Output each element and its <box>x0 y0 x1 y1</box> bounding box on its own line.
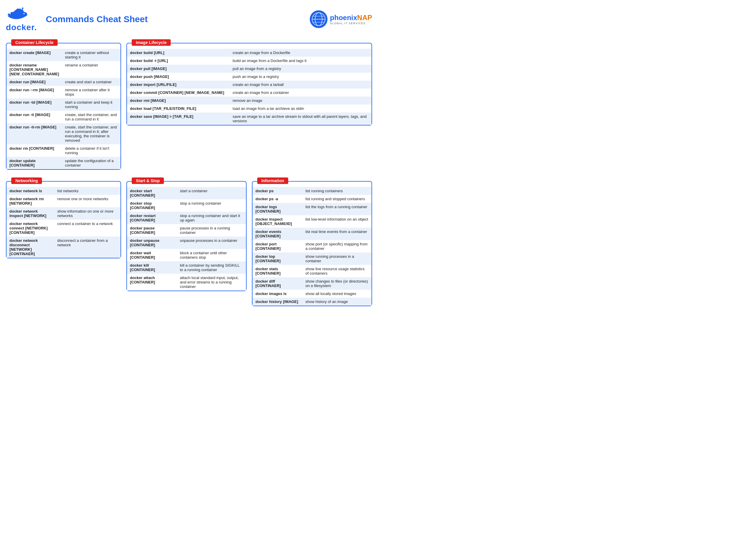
cmd-cell: docker update [CONTAINER] <box>6 157 62 169</box>
desc-cell: start a container and keep it running <box>62 98 120 111</box>
cmd-cell: docker run -it-rm [IMAGE] <box>6 123 62 144</box>
desc-cell: create and start a container <box>62 78 120 86</box>
desc-cell: list real time events from a container <box>302 228 372 240</box>
table-row: docker rename [CONTAINER_NAME] [NEW_CONT… <box>6 61 120 78</box>
cmd-cell: docker save [IMAGE] > [TAR_FILE] <box>127 113 230 125</box>
desc-cell: disconnect a container from a network <box>54 237 120 258</box>
table-row: docker push [IMAGE]push an image to a re… <box>127 73 372 81</box>
table-row: docker run -it-rm [IMAGE]create, start t… <box>6 123 120 144</box>
cmd-cell: docker push [IMAGE] <box>127 73 230 81</box>
table-row: docker build [URL]create an image from a… <box>127 49 372 57</box>
cmd-cell: docker stats [CONTAINER] <box>252 265 302 277</box>
phoenixnap-globe-icon <box>310 10 328 28</box>
table-row: docker start [CONTAINER]start a containe… <box>127 187 246 199</box>
table-row: docker load [TAR_FILE/STDIN_FILE]load an… <box>127 105 372 113</box>
cmd-cell: docker network connect [NETWORK] [CONTAI… <box>6 220 54 237</box>
desc-cell: remove a container after it stops <box>62 86 120 98</box>
table-row: docker network disconnect [NETWORK] [CON… <box>6 237 120 258</box>
table-row: docker pull [IMAGE]pull an image from a … <box>127 65 372 73</box>
table-row: docker run [IMAGE]create and start a con… <box>6 78 120 86</box>
cmd-cell: docker run [IMAGE] <box>6 78 62 86</box>
image-lifecycle-section: Image Lifecycle docker build [URL]create… <box>126 43 372 170</box>
cmd-cell: docker build [URL] <box>127 49 230 57</box>
cmd-cell: docker build -t [URL] <box>127 57 230 65</box>
desc-cell: list the logs from a running container <box>302 203 372 215</box>
table-row: docker inspect [OBJECT_NAME/ID]list low-… <box>252 215 372 228</box>
table-row: docker stats [CONTAINER]show live resour… <box>252 265 372 277</box>
phoenixnap-name: phoenixNAP <box>330 14 372 22</box>
cmd-cell: docker load [TAR_FILE/STDIN_FILE] <box>127 105 230 113</box>
docker-brand-text: docker. <box>6 23 37 32</box>
cmd-cell: docker restart [CONTAINER] <box>127 212 177 224</box>
cmd-cell: docker network inspect [NETWORK] <box>6 207 54 220</box>
desc-cell: show running processes in a container <box>302 252 372 265</box>
table-row: docker run --rm [IMAGE]remove a containe… <box>6 86 120 98</box>
desc-cell: list networks <box>54 187 120 195</box>
table-row: docker restart [CONTAINER]stop a running… <box>127 212 246 224</box>
table-row: docker attach [CONTAINER]attach local st… <box>127 274 246 291</box>
table-row: docker network connect [NETWORK] [CONTAI… <box>6 220 120 237</box>
desc-cell: list low-level information on an object <box>302 215 372 228</box>
desc-cell: show history of an image <box>302 298 372 306</box>
desc-cell: rename a container <box>62 61 120 78</box>
table-row: docker events [CONTAINER]list real time … <box>252 228 372 240</box>
cmd-cell: docker network rm [NETWORK] <box>6 195 54 207</box>
table-row: docker build -t [URL]build an image from… <box>127 57 372 65</box>
desc-cell: delete a container if it isn't running <box>62 144 120 157</box>
desc-cell: show port (or specific) mapping from a c… <box>302 240 372 252</box>
table-row: docker wait [CONTAINER]block a container… <box>127 249 246 261</box>
cmd-cell: docker rename [CONTAINER_NAME] [NEW_CONT… <box>6 61 62 78</box>
table-row: docker stop [CONTAINER]stop a running co… <box>127 199 246 212</box>
start-stop-section: Start & Stop docker start [CONTAINER]sta… <box>126 181 247 306</box>
desc-cell: stop a running container <box>177 199 246 212</box>
desc-cell: block a container until other containers… <box>177 249 246 261</box>
cmd-cell: docker rm [CONTAINER] <box>6 144 62 157</box>
desc-cell: show all locally stored images <box>302 290 372 298</box>
desc-cell: attach local standard input, output, and… <box>177 274 246 291</box>
cmd-cell: docker ps -a <box>252 195 302 203</box>
cmd-cell: docker network disconnect [NETWORK] [CON… <box>6 237 54 258</box>
header: docker. Commands Cheat Sheet phoenixNAP … <box>6 6 372 32</box>
information-table: docker pslist running containersdocker p… <box>252 187 372 306</box>
table-row: docker unpause [CONTAINER]unpause proces… <box>127 237 246 249</box>
cmd-cell: docker kill [CONTAINER] <box>127 261 177 274</box>
commands-title: Commands Cheat Sheet <box>46 14 148 24</box>
table-row: docker diff [CONTINAER]show changes to f… <box>252 277 372 290</box>
desc-cell: create, start the container, and run a c… <box>62 111 120 123</box>
table-row: docker rm [CONTAINER]delete a container … <box>6 144 120 157</box>
phoenixnap-logo: phoenixNAP GLOBAL IT SERVICES <box>310 10 372 28</box>
table-row: docker commit [CONTAINER] [NEW_IMAGE_NAM… <box>127 89 372 97</box>
desc-cell: create an image from a Dockerfile <box>230 49 372 57</box>
cmd-cell: docker run --rm [IMAGE] <box>6 86 62 98</box>
table-row: docker import [URL/FILE]create an image … <box>127 81 372 89</box>
table-row: docker pause [CONTAINER]pause processes … <box>127 224 246 237</box>
cmd-cell: docker history [IMAGE] <box>252 298 302 306</box>
container-lifecycle-table: docker create [IMAGE]create a container … <box>6 49 120 169</box>
container-lifecycle-section: Container Lifecycle docker create [IMAGE… <box>6 43 121 170</box>
desc-cell: push an image to a registry <box>230 73 372 81</box>
table-row: docker update [CONTAINER]update the conf… <box>6 157 120 169</box>
table-row: docker create [IMAGE]create a container … <box>6 49 120 61</box>
cmd-cell: docker import [URL/FILE] <box>127 81 230 89</box>
table-row: docker images lsshow all locally stored … <box>252 290 372 298</box>
cmd-cell: docker wait [CONTAINER] <box>127 249 177 261</box>
cmd-cell: docker commit [CONTAINER] [NEW_IMAGE_NAM… <box>127 89 230 97</box>
cmd-cell: docker run -it [IMAGE] <box>6 111 62 123</box>
desc-cell: create a container without starting it <box>62 49 120 61</box>
page-title: Commands Cheat Sheet <box>46 14 148 24</box>
desc-cell: kill a container by sending SIGKILL to a… <box>177 261 246 274</box>
cmd-cell: docker pull [IMAGE] <box>127 65 230 73</box>
desc-cell: remove one or more networks <box>54 195 120 207</box>
desc-cell: remove an image <box>230 97 372 105</box>
table-row: docker ps -alist running and stopped con… <box>252 195 372 203</box>
table-row: docker rmi [IMAGE]remove an image <box>127 97 372 105</box>
desc-cell: create an image from a tarball <box>230 81 372 89</box>
cmd-cell: docker network ls <box>6 187 54 195</box>
desc-cell: show information on one or more networks <box>54 207 120 220</box>
start-stop-table: docker start [CONTAINER]start a containe… <box>127 187 246 291</box>
image-lifecycle-table: docker build [URL]create an image from a… <box>127 49 372 125</box>
cmd-cell: docker ps <box>252 187 302 195</box>
cmd-cell: docker diff [CONTINAER] <box>252 277 302 290</box>
container-lifecycle-title: Container Lifecycle <box>11 39 58 46</box>
table-row: docker save [IMAGE] > [TAR_FILE]save an … <box>127 113 372 125</box>
